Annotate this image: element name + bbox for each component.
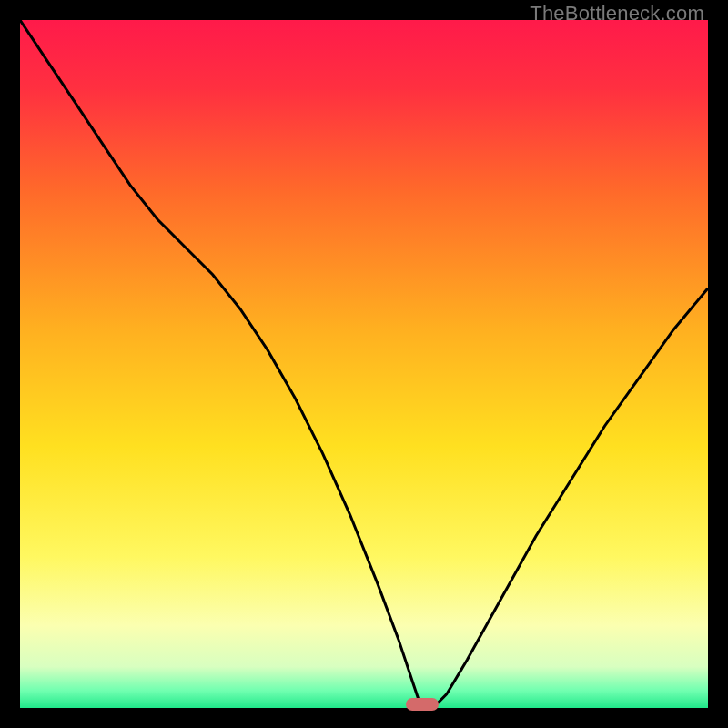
optimal-point-marker [406,698,439,711]
watermark-text: TheBottleneck.com [530,2,704,25]
gradient-background [20,20,708,708]
bottleneck-chart [20,20,708,708]
chart-frame [20,20,708,708]
